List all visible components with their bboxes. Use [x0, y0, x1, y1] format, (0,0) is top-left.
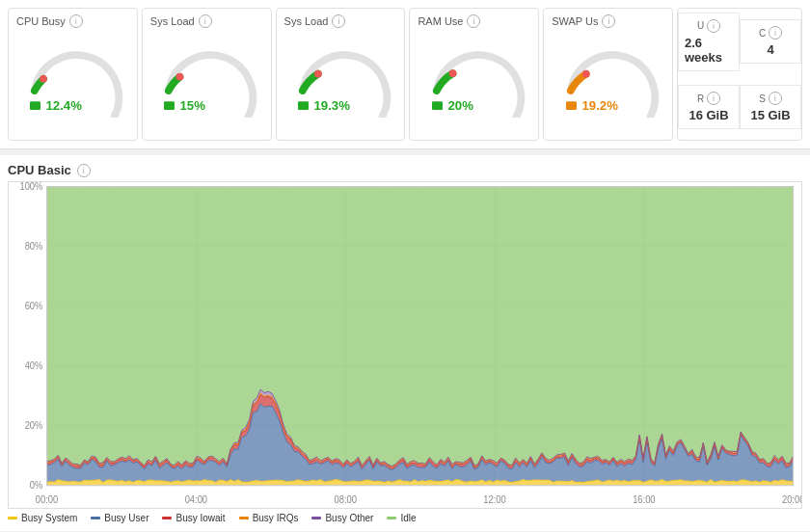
- stat-cell-0: U i 2.6 weeks: [678, 13, 740, 71]
- small-stats-card: U i 2.6 weeks C i 4 R i 16 GiB S i 15 Gi…: [677, 8, 802, 141]
- svg-rect-4: [164, 101, 175, 110]
- legend-item-0: Busy System: [8, 513, 77, 523]
- card-title-0: CPU Busy i: [16, 14, 129, 28]
- gauge-card-4: SWAP Us i 19.2%: [543, 8, 673, 141]
- legend-color-3: [239, 517, 249, 519]
- gauge-1: 15%: [150, 32, 263, 134]
- stat-cell-1: C i 4: [740, 19, 801, 64]
- svg-point-0: [40, 75, 48, 83]
- stat-label-1: C i: [759, 26, 782, 40]
- stat-info-icon-2[interactable]: i: [707, 92, 720, 105]
- svg-point-9: [449, 69, 457, 77]
- card-title-3: RAM Use i: [418, 14, 530, 28]
- stat-label-3: S i: [759, 92, 782, 105]
- gauge-3: 20%: [418, 32, 530, 134]
- chart-title: CPU Basic: [8, 163, 71, 177]
- legend-item-5: Idle: [387, 513, 416, 523]
- svg-point-12: [581, 70, 589, 78]
- legend-label-5: Idle: [400, 513, 416, 523]
- svg-text:19.2%: 19.2%: [581, 98, 618, 113]
- stat-cell-3: S i 15 GiB: [740, 85, 801, 129]
- svg-text:04:00: 04:00: [185, 494, 208, 506]
- stat-value-1: 4: [767, 42, 773, 57]
- gauge-2: 19.3%: [284, 32, 397, 134]
- svg-rect-7: [298, 101, 309, 110]
- legend-label-3: Busy IRQs: [253, 513, 299, 523]
- stat-info-icon-3[interactable]: i: [769, 92, 782, 105]
- svg-rect-13: [566, 101, 577, 110]
- chart-legend: Busy System Busy User Busy Iowait Busy I…: [8, 509, 802, 527]
- svg-text:08:00: 08:00: [334, 494, 357, 506]
- gauge-0: 12.4%: [16, 32, 129, 134]
- stat-value-2: 16 GiB: [688, 108, 728, 122]
- gauge-card-2: Sys Load i 19.3%: [276, 8, 406, 141]
- stat-label-2: R i: [697, 92, 720, 105]
- chart-info-icon[interactable]: i: [77, 164, 91, 177]
- chart-area: 100%80%60%40%20%0%00:0004:0008:0012:0016…: [8, 181, 802, 509]
- legend-item-3: Busy IRQs: [239, 513, 299, 523]
- svg-text:0%: 0%: [30, 480, 43, 492]
- legend-color-4: [311, 517, 321, 519]
- legend-color-5: [387, 517, 396, 519]
- svg-text:40%: 40%: [25, 360, 43, 372]
- legend-item-4: Busy Other: [311, 513, 373, 523]
- svg-text:12:00: 12:00: [483, 494, 506, 506]
- svg-text:16:00: 16:00: [633, 494, 656, 506]
- chart-title-row: CPU Basic i: [8, 163, 802, 177]
- svg-rect-10: [432, 101, 443, 110]
- card-title-4: SWAP Us i: [552, 14, 664, 28]
- gauge-card-1: Sys Load i 15%: [142, 8, 272, 141]
- card-info-icon-4[interactable]: i: [602, 14, 615, 28]
- svg-text:19.3%: 19.3%: [313, 98, 350, 113]
- stat-info-icon-1[interactable]: i: [769, 26, 782, 40]
- stat-value-3: 15 GiB: [750, 108, 790, 122]
- legend-label-2: Busy Iowait: [176, 513, 225, 523]
- stat-cell-2: R i 16 GiB: [678, 85, 740, 129]
- svg-text:12.4%: 12.4%: [46, 98, 83, 113]
- svg-text:20%: 20%: [25, 420, 43, 432]
- legend-color-0: [8, 517, 17, 519]
- svg-point-6: [314, 70, 322, 78]
- legend-label-1: Busy User: [104, 513, 148, 523]
- legend-color-2: [162, 517, 172, 519]
- svg-point-3: [176, 73, 184, 81]
- stat-label-0: U i: [697, 19, 720, 33]
- card-title-2: Sys Load i: [284, 14, 397, 28]
- legend-color-1: [91, 517, 100, 519]
- gauge-card-3: RAM Use i 20%: [409, 8, 539, 141]
- legend-item-1: Busy User: [91, 513, 148, 523]
- legend-label-0: Busy System: [21, 513, 77, 523]
- card-title-1: Sys Load i: [150, 14, 263, 28]
- card-info-icon-1[interactable]: i: [199, 14, 212, 28]
- svg-text:20:00: 20:00: [782, 494, 801, 506]
- stat-value-0: 2.6 weeks: [685, 36, 733, 65]
- svg-text:00:00: 00:00: [36, 494, 59, 506]
- chart-panel: CPU Basic i 100%80%60%40%20%0%00:0004:00…: [0, 155, 810, 531]
- card-info-icon-0[interactable]: i: [69, 14, 83, 28]
- card-info-icon-2[interactable]: i: [332, 14, 345, 28]
- gauge-card-0: CPU Busy i 12.4%: [8, 8, 138, 141]
- top-panel: CPU Busy i 12.4% Sys Load i 15% Sys Load…: [0, 0, 810, 149]
- legend-label-4: Busy Other: [325, 513, 373, 523]
- stat-info-icon-0[interactable]: i: [707, 19, 720, 33]
- svg-text:80%: 80%: [25, 241, 43, 253]
- gauge-4: 19.2%: [552, 32, 664, 134]
- svg-text:60%: 60%: [25, 301, 43, 312]
- chart-svg: 100%80%60%40%20%0%00:0004:0008:0012:0016…: [9, 182, 801, 508]
- svg-rect-1: [30, 101, 40, 110]
- svg-text:100%: 100%: [19, 182, 42, 192]
- legend-item-2: Busy Iowait: [162, 513, 225, 523]
- card-info-icon-3[interactable]: i: [467, 14, 480, 28]
- svg-text:15%: 15%: [180, 98, 206, 113]
- svg-text:20%: 20%: [447, 98, 473, 113]
